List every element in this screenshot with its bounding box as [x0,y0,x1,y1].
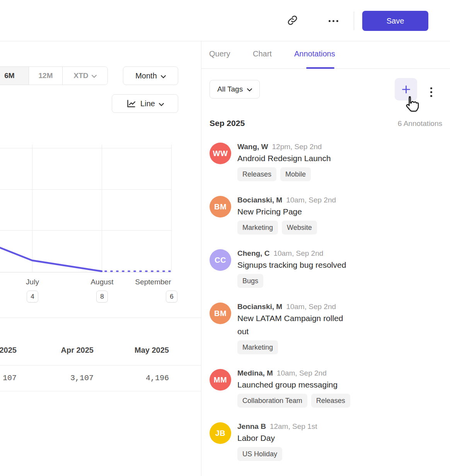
tab-query[interactable]: Query [209,49,230,58]
tag-chip: Releases [311,394,350,408]
tags-filter-dropdown[interactable]: All Tags [210,80,260,99]
annotation-tags: Bugs [237,274,346,288]
section-divider [0,318,201,318]
tag-chip: Marketing [237,221,278,235]
table-header-col3: May 2025 [135,346,169,355]
link-icon [287,15,298,27]
panel-tabs: Query Chart Annotations [201,41,450,69]
x-axis-label-july: July [26,278,39,286]
header-divider [354,12,354,30]
annotation-tags: Marketing [237,340,353,354]
x-axis-label-september: September [135,278,171,286]
table-header-col2: Apr 2025 [61,346,94,355]
annotation-timestamp: 12pm, Sep 2nd [272,143,322,151]
annotation-item[interactable]: JB Jenna B 12am, Sep 1st Labor Day US Ho… [210,422,444,461]
annotation-author: Jenna B [237,422,266,431]
annotation-timestamp: 12am, Sep 1st [270,422,317,431]
table-row-divider [0,391,201,391]
tag-chip: Releases [237,167,276,181]
chart-panel: 6M 12M XTD Month Line [0,41,201,476]
annotation-tags: Releases Mobile [237,167,331,181]
granularity-label: Month [135,71,157,80]
range-option-12m[interactable]: 12M [29,67,62,85]
annotations-panel: Query Chart Annotations All Tags [201,41,450,476]
annotation-body: Bocianski, M 10am, Sep 2nd New LATAM Cam… [237,303,353,354]
annotation-timestamp: 10am, Sep 2nd [273,249,323,258]
avatar: WW [210,143,231,164]
plus-icon [401,84,411,95]
add-annotation-button[interactable] [395,78,417,100]
annotation-tags: Collaboration Team Releases [237,394,350,408]
annotations-list: WW Wang, W 12pm, Sep 2nd Android Redesig… [210,143,444,476]
more-actions-button[interactable] [325,14,342,28]
table-value-col2: 3,107 [70,374,94,382]
avatar: CC [210,249,231,271]
annotation-timestamp: 10am, Sep 2nd [277,369,327,377]
copy-link-button[interactable] [285,14,300,28]
annotation-item[interactable]: BM Bocianski, M 10am, Sep 2nd New Pricin… [210,196,444,235]
annotation-tags: US Holiday [237,447,317,461]
tag-chip: Mobile [280,167,311,181]
annotation-body: Cheng, C 10am, Sep 2nd Signups tracking … [237,249,346,288]
annotation-title: Signups tracking bug resolved [237,258,346,272]
active-tab-underline [306,67,334,69]
annotation-count-badge-september[interactable]: 6 [166,291,177,303]
annotation-item[interactable]: MM Medina, M 10am, Sep 2nd Launched grou… [210,369,444,408]
annotation-body: Jenna B 12am, Sep 1st Labor Day US Holid… [237,422,317,461]
tags-filter-label: All Tags [217,85,243,94]
annotation-title: New LATAM Campaign rolled out [237,312,353,338]
avatar: BM [210,196,231,218]
chart-type-label: Line [140,99,155,108]
annotation-item[interactable]: WW Wang, W 12pm, Sep 2nd Android Redesig… [210,143,444,181]
line-chart-icon [126,99,136,109]
save-button[interactable]: Save [362,11,428,31]
annotation-item[interactable]: BM Bocianski, M 10am, Sep 2nd New LATAM … [210,303,444,354]
tab-annotations[interactable]: Annotations [294,49,335,58]
annotation-author: Bocianski, M [237,196,282,204]
avatar: JB [210,422,231,444]
app-root: Save 6M 12M XTD Month [0,0,450,476]
annotation-body: Medina, M 10am, Sep 2nd Launched group m… [237,369,350,408]
range-option-6m[interactable]: 6M [0,67,29,85]
tag-chip: Marketing [237,340,278,354]
chart-type-dropdown[interactable]: Line [112,94,178,113]
chevron-down-icon [247,85,252,94]
panel-menu-button[interactable] [426,84,436,100]
chevron-down-icon [159,99,164,108]
annotation-author: Medina, M [237,369,273,377]
range-option-xtd-label: XTD [74,71,89,80]
table-value-col3: 4,196 [146,374,169,382]
annotation-title: Launched group messaging [237,378,350,391]
tag-chip: Collaboration Team [237,394,307,408]
annotation-timestamp: 10am, Sep 2nd [286,303,336,311]
tag-chip: US Holiday [237,447,282,461]
tab-chart[interactable]: Chart [253,49,272,58]
kebab-icon [430,87,432,97]
annotation-author: Bocianski, M [237,303,282,311]
table-header-col1: 2025 [0,346,17,355]
group-month-title: Sep 2025 [210,119,245,128]
chevron-down-icon [161,71,166,80]
top-header: Save [0,0,450,41]
annotation-timestamp: 10am, Sep 2nd [286,196,336,204]
annotation-count-badge-july[interactable]: 4 [27,291,38,303]
annotation-title: New Pricing Page [237,205,336,218]
avatar: MM [210,369,231,391]
tag-chip: Bugs [237,274,263,288]
annotation-title: Labor Day [237,432,317,445]
annotation-count-badge-august[interactable]: 8 [96,291,108,303]
annotation-tags: Marketing Website [237,221,336,235]
annotations-group-header: Sep 2025 6 Annotations [210,119,442,128]
range-option-xtd[interactable]: XTD [62,67,107,85]
metric-line-series [0,145,201,275]
annotation-author: Wang, W [237,143,268,151]
table-value-col1: 107 [3,374,17,382]
date-range-selector: 6M 12M XTD [0,66,108,85]
annotation-body: Wang, W 12pm, Sep 2nd Android Redesign L… [237,143,331,181]
annotation-item[interactable]: CC Cheng, C 10am, Sep 2nd Signups tracki… [210,249,444,288]
granularity-dropdown[interactable]: Month [123,66,178,85]
group-count-label: 6 Annotations [398,119,442,128]
annotation-title: Android Redesign Launch [237,152,331,165]
x-axis-label-august: August [90,278,113,286]
line-chart-plot [0,145,201,272]
